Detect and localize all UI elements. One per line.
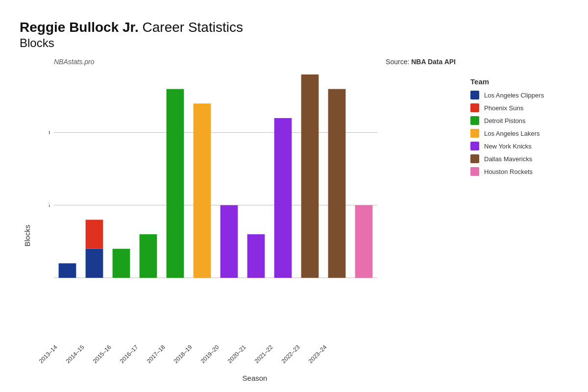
legend-item: Detroit Pistons [470,116,568,125]
x-labels-svg: 2013–142014–152015–162016–172017–182018–… [39,343,372,374]
bar-segment [140,234,157,278]
x-label: 2015–16 [92,343,113,365]
x-label: 2021–22 [253,343,274,365]
title-area: Reggie Bullock Jr. Career Statistics Blo… [20,20,568,50]
bar-segment [194,103,211,278]
legend: Team Los Angeles Clippers Phoenix Suns D… [461,58,568,382]
legend-color [470,142,479,150]
y-axis-label: Blocks [20,70,34,382]
chart-container: NBAstats.pro Source: NBA Data API Blocks… [20,58,461,382]
bar-segment [59,263,76,278]
legend-label: New York Knicks [484,143,532,150]
legend-item: Phoenix Suns [470,103,568,112]
chart-svg: 510 [49,70,382,280]
legend-title: Team [470,77,568,86]
legend-item: Houston Rockets [470,167,568,176]
x-label: 2023–24 [307,343,328,365]
x-label: 2016–17 [119,343,140,365]
legend-items: Los Angeles Clippers Phoenix Suns Detroi… [470,91,568,176]
x-label: 2022–23 [280,343,301,365]
x-axis-title: Season [34,374,461,382]
page: Reggie Bullock Jr. Career Statistics Blo… [0,0,588,392]
legend-item: Dallas Mavericks [470,154,568,163]
bar-segment [167,89,184,278]
svg-text:5: 5 [49,201,50,209]
bar-segment [328,89,346,278]
source-bold: NBA Data API [411,58,456,66]
legend-color [470,167,479,176]
legend-item: Los Angeles Clippers [470,91,568,99]
bar-segment [274,118,292,278]
source-left: NBAstats.pro [54,58,94,66]
x-label: 2020–21 [226,343,247,365]
main-title: Reggie Bullock Jr. Career Statistics [20,20,568,35]
x-label: 2014–15 [65,343,86,365]
legend-label: Los Angeles Clippers [484,92,544,99]
subtitle: Blocks [20,36,568,50]
bar-segment [247,234,265,278]
bar-segment [301,74,319,278]
svg-text:10: 10 [49,129,50,136]
legend-color [470,154,479,163]
chart-area: NBAstats.pro Source: NBA Data API Blocks… [20,58,568,382]
source-line: NBAstats.pro Source: NBA Data API [20,58,461,66]
x-axis-labels: 2013–142014–152015–162016–172017–182018–… [34,343,461,372]
x-label: 2017–18 [146,343,167,365]
legend-color [470,116,479,125]
x-label: 2018–19 [172,343,194,365]
bar-segment [86,249,103,278]
legend-item: Los Angeles Lakers [470,129,568,138]
bar-segment [355,205,373,278]
title-regular: Career Statistics [139,20,243,35]
bar-segment [86,220,103,248]
legend-label: Los Angeles Lakers [484,130,539,137]
legend-color [470,91,479,99]
bar-segment [220,205,238,278]
legend-label: Detroit Pistons [484,117,526,124]
bar-segment [113,249,130,278]
graph-right: 510 2013–142014–152015–162016–172017–182… [34,70,461,382]
legend-color [470,103,479,112]
title-bold: Reggie Bullock Jr. [20,20,139,35]
source-prefix: Source: [386,58,411,66]
bars-and-grid: 510 [34,70,461,343]
graph-with-axes: Blocks 510 2013–142014–152015–162016–172… [20,70,461,382]
source-right: Source: NBA Data API [386,58,456,66]
legend-label: Phoenix Suns [484,104,523,112]
legend-item: New York Knicks [470,142,568,150]
legend-label: Houston Rockets [484,168,533,175]
x-label: 2019–20 [199,343,220,365]
legend-color [470,129,479,138]
x-label: 2013–14 [39,343,59,365]
legend-label: Dallas Mavericks [484,155,532,163]
